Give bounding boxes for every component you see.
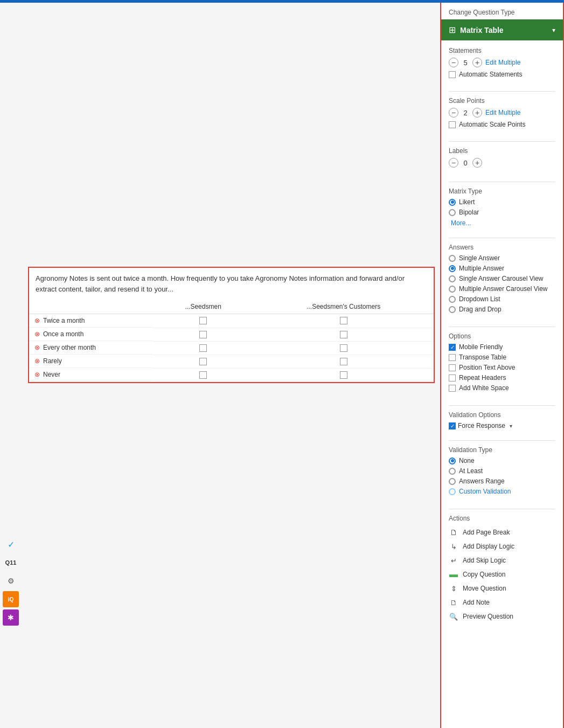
- col-header-1: ...Seedsmen: [153, 300, 253, 314]
- auto-statements-label: Automatic Statements: [459, 71, 522, 78]
- single-carousel-label: Single Answer Carousel View: [459, 275, 544, 282]
- dropdown-list-label: Dropdown List: [459, 295, 500, 303]
- sidebar-gear[interactable]: ⚙: [3, 573, 19, 589]
- repeat-headers-checkbox[interactable]: [449, 375, 456, 382]
- table-row: ⊗Every other month: [29, 341, 434, 355]
- statements-count: 5: [462, 59, 469, 67]
- custom-validation-label: Custom Validation: [459, 488, 511, 495]
- answers-range-radio[interactable]: [449, 478, 456, 485]
- likert-radio[interactable]: [449, 199, 456, 206]
- move-icon: ⇕: [449, 584, 458, 593]
- statements-increment[interactable]: +: [472, 58, 482, 67]
- add-skip-logic-label: Add Skip Logic: [463, 557, 506, 564]
- labels-title: Labels: [449, 147, 555, 155]
- sidebar-iq[interactable]: iQ: [3, 591, 19, 607]
- statements-title: Statements: [449, 47, 555, 54]
- display-logic-icon: ↳: [449, 542, 458, 551]
- move-question[interactable]: ⇕ Move Question: [449, 581, 555, 595]
- preview-question[interactable]: 🔍 Preview Question: [449, 609, 555, 623]
- col-header-2: ...Seedsmen's Customers: [253, 300, 434, 314]
- mobile-friendly-label: Mobile Friendly: [459, 343, 503, 351]
- force-response-chevron[interactable]: ▾: [510, 423, 512, 429]
- copy-question-label: Copy Question: [463, 571, 505, 578]
- sidebar-star[interactable]: ✱: [3, 609, 19, 626]
- custom-validation-radio[interactable]: [449, 488, 456, 495]
- none-label: None: [459, 457, 475, 464]
- actions-title: Actions: [449, 515, 555, 522]
- validation-options-title: Validation Options: [449, 411, 555, 419]
- table-row: ⊗Twice a month: [29, 314, 434, 328]
- statements-edit-link[interactable]: Edit Multiple: [485, 59, 520, 66]
- auto-scale-label: Automatic Scale Points: [459, 121, 525, 128]
- add-note[interactable]: 🗋 Add Note: [449, 595, 555, 609]
- more-link[interactable]: More...: [449, 219, 471, 227]
- panel-title: Change Question Type: [441, 1, 563, 19]
- multiple-carousel-radio[interactable]: [449, 286, 456, 293]
- single-answer-label: Single Answer: [459, 254, 500, 262]
- force-response-checkbox[interactable]: ✓: [449, 422, 456, 429]
- at-least-radio[interactable]: [449, 468, 456, 475]
- single-carousel-radio[interactable]: [449, 275, 456, 282]
- force-response-label: Force Response: [458, 422, 505, 429]
- auto-scale-checkbox[interactable]: [449, 121, 456, 128]
- add-skip-logic[interactable]: ↵ Add Skip Logic: [449, 553, 555, 567]
- options-title: Options: [449, 332, 555, 340]
- multiple-answer-label: Multiple Answer: [459, 265, 504, 272]
- copy-question[interactable]: ▬ Copy Question: [449, 567, 555, 581]
- labels-increment[interactable]: +: [472, 158, 482, 168]
- question-type-dropdown[interactable]: ⊞ Matrix Table ▾: [441, 19, 563, 40]
- at-least-label: At Least: [459, 467, 483, 475]
- drag-drop-label: Drag and Drop: [459, 306, 502, 313]
- scale-edit-link[interactable]: Edit Multiple: [485, 109, 520, 116]
- answers-title: Answers: [449, 244, 555, 251]
- matrix-type-title: Matrix Type: [449, 188, 555, 195]
- labels-count: 0: [462, 159, 469, 167]
- single-answer-radio[interactable]: [449, 255, 456, 262]
- sidebar-check[interactable]: ✓: [3, 536, 19, 552]
- multiple-answer-radio[interactable]: [449, 265, 456, 272]
- dropdown-list-radio[interactable]: [449, 296, 456, 303]
- labels-decrement[interactable]: −: [449, 158, 458, 168]
- right-panel: Change Question Type ⊞ Matrix Table ▾ St…: [440, 0, 564, 728]
- scale-decrement[interactable]: −: [449, 108, 458, 117]
- chevron-down-icon: ▾: [552, 26, 555, 34]
- bipolar-label: Bipolar: [459, 209, 479, 216]
- repeat-headers-label: Repeat Headers: [459, 374, 506, 382]
- move-question-label: Move Question: [463, 585, 506, 592]
- answers-range-label: Answers Range: [459, 477, 505, 485]
- skip-logic-icon: ↵: [449, 556, 458, 565]
- question-panel: Agronomy Notes is sent out twice a month…: [28, 267, 435, 383]
- preview-icon: 🔍: [449, 612, 458, 621]
- note-icon: 🗋: [449, 598, 458, 607]
- sidebar-q-label: Q11: [3, 554, 19, 571]
- position-text-checkbox[interactable]: [449, 364, 456, 371]
- page-break-icon: 🗋: [449, 528, 458, 537]
- add-page-break[interactable]: 🗋 Add Page Break: [449, 525, 555, 539]
- copy-icon: ▬: [449, 570, 458, 579]
- add-page-break-label: Add Page Break: [463, 529, 510, 536]
- none-radio[interactable]: [449, 457, 456, 464]
- auto-statements-checkbox[interactable]: [449, 71, 456, 78]
- transpose-table-checkbox[interactable]: [449, 354, 456, 361]
- add-display-logic-label: Add Display Logic: [463, 543, 514, 550]
- scale-increment[interactable]: +: [472, 108, 482, 117]
- bipolar-radio[interactable]: [449, 209, 456, 216]
- matrix-icon: ⊞: [449, 25, 456, 35]
- drag-drop-radio[interactable]: [449, 306, 456, 313]
- mobile-friendly-checkbox[interactable]: ✓: [449, 344, 456, 351]
- position-text-label: Position Text Above: [459, 364, 516, 371]
- multiple-carousel-label: Multiple Answer Carousel View: [459, 285, 548, 293]
- preview-question-label: Preview Question: [463, 613, 513, 620]
- add-display-logic[interactable]: ↳ Add Display Logic: [449, 539, 555, 553]
- transpose-table-label: Transpose Table: [459, 353, 506, 361]
- dropdown-label: Matrix Table: [460, 26, 548, 34]
- add-whitespace-checkbox[interactable]: [449, 385, 456, 392]
- likert-label: Likert: [459, 198, 475, 206]
- statements-decrement[interactable]: −: [449, 58, 458, 67]
- table-row: ⊗Once a month: [29, 328, 434, 341]
- validation-type-title: Validation Type: [449, 446, 555, 454]
- scale-points-title: Scale Points: [449, 97, 555, 105]
- scale-count: 2: [462, 109, 469, 117]
- add-whitespace-label: Add White Space: [459, 384, 509, 392]
- table-row: ⊗Never: [29, 368, 434, 382]
